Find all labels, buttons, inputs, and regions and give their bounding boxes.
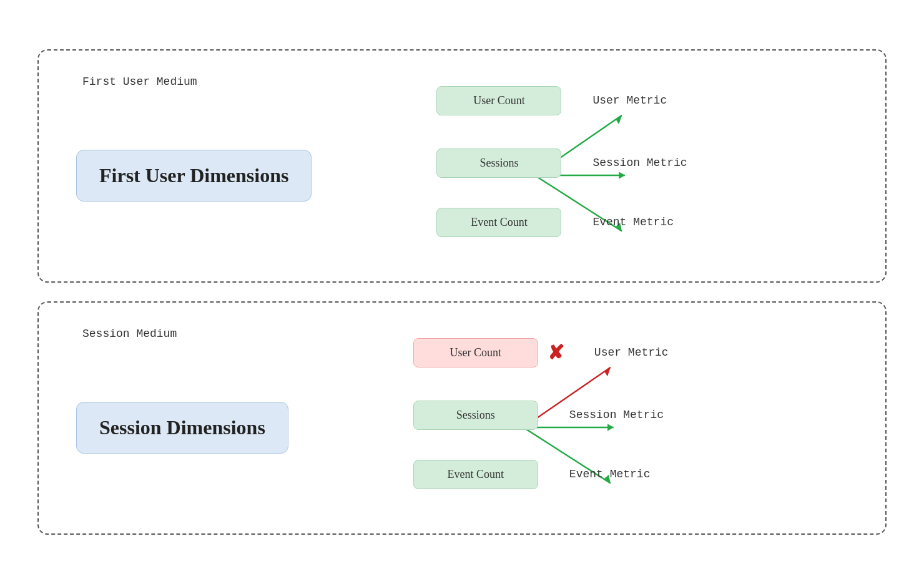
metric-badge-sessions-2: Sessions [413,401,538,430]
arrows-metrics-1: User Count User Metric Sessions Session … [324,94,848,256]
x-mark-icon: ✘ [548,341,564,364]
svg-marker-7 [604,367,611,376]
metric-badge-event-count-1: Event Count [436,208,561,237]
metric-badge-user-count-1: User Count [436,86,561,115]
metric-badge-user-count-2: User Count [413,338,538,367]
diagram-session: Session Medium Session Dimensions User C… [37,301,887,535]
dimension-box-1: First User Dimensions [76,150,312,202]
diagram-inner-2: Session Dimensions User Count ✘ User Met… [76,346,848,509]
diagram-inner-1: First User Dimensions User Count User Me… [76,94,848,256]
arrows-metrics-2: User Count ✘ User Metric Sessions Sessio… [301,346,848,509]
svg-marker-1 [616,115,622,124]
metric-badge-sessions-1: Sessions [436,148,561,178]
svg-marker-9 [607,424,614,431]
dimension-box-2: Session Dimensions [76,402,288,454]
arrows-svg-1 [324,94,848,256]
arrows-svg-2 [301,346,848,509]
metric-label-user-metric-2: User Metric [594,346,669,359]
svg-marker-3 [619,172,626,179]
diagram-first-user: First User Medium First User Dimensions … [37,49,887,283]
metric-label-session-metric-2: Session Metric [569,409,664,421]
metric-label-session-metric-1: Session Metric [592,157,687,169]
metric-label-event-metric-2: Event Metric [569,468,651,480]
metric-label-user-metric-1: User Metric [592,94,667,107]
metric-badge-event-count-2: Event Count [413,460,538,489]
metric-label-event-metric-1: Event Metric [592,216,674,228]
